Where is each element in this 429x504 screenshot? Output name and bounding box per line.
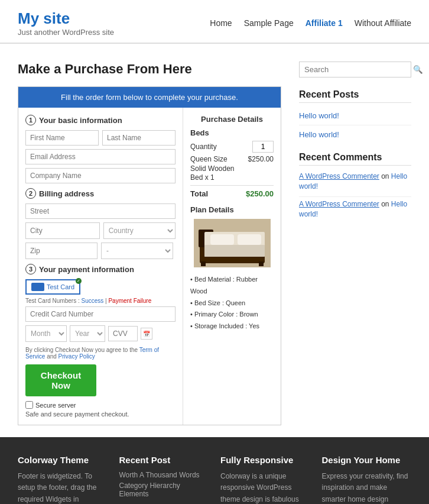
street-row <box>25 203 176 219</box>
footer-col1-title: Colorway Theme <box>18 455 108 465</box>
main-nav: Home Sample Page Affiliate 1 Without Aff… <box>210 18 411 28</box>
last-name-input[interactable] <box>102 130 176 146</box>
comment-author-0[interactable]: A WordPress Commenter <box>299 172 379 180</box>
svg-rect-6 <box>204 245 265 257</box>
footer-col1: Colorway Theme Footer is widgetized. To … <box>18 455 108 504</box>
form-left: 1 Your basic information <box>18 108 183 425</box>
item-price: $250.00 <box>248 155 274 183</box>
footer-link1[interactable]: Worth A Thousand Words <box>119 471 209 479</box>
plan-title: Plan Details <box>190 205 274 214</box>
qty-input[interactable] <box>252 141 274 153</box>
comment-author-1[interactable]: A WordPress Commenter <box>299 200 379 208</box>
header: My site Just another WordPress site Home… <box>0 0 429 43</box>
test-card-numbers: Test Card Numbers : Success | Payment Fa… <box>25 298 176 304</box>
company-input[interactable] <box>25 168 176 183</box>
purchase-box: Fill the order form below to complete yo… <box>18 86 281 425</box>
recent-posts-title: Recent Posts <box>299 89 411 103</box>
section2-num: 2 <box>25 188 36 199</box>
site-branding: My site Just another WordPress site <box>18 9 114 37</box>
footer-col4-text: Express your creativity, find inspiratio… <box>322 471 412 504</box>
footer-col3-text: Colorway is a unique responsive WordPres… <box>220 471 310 504</box>
footer-main: Colorway Theme Footer is widgetized. To … <box>0 437 429 504</box>
qty-row: Quantity <box>190 141 274 153</box>
post-link-1[interactable]: Hello world! <box>299 128 411 141</box>
secure-checkbox[interactable] <box>25 401 33 409</box>
zip-extra-select[interactable]: - <box>101 243 173 259</box>
first-name-input[interactable] <box>25 130 99 146</box>
year-select[interactable]: Year <box>70 325 105 342</box>
checkout-button[interactable]: Checkout Now <box>25 364 96 396</box>
company-row <box>25 168 176 183</box>
month-select[interactable]: Month <box>25 325 67 342</box>
plan-details-list: Bed Material : Rubber Wood Bed Size : Qu… <box>190 274 274 332</box>
country-select[interactable]: Country <box>103 222 176 239</box>
svg-rect-5 <box>238 234 261 245</box>
section3-num: 3 <box>25 264 36 274</box>
spec-1: Bed Size : Queen <box>190 298 274 309</box>
comment-0: A WordPress Commenter on Hello world! <box>299 172 411 192</box>
privacy-link[interactable]: Privacy Policy <box>58 353 95 360</box>
footer-col1-text: Footer is widgetized. To setup the foote… <box>18 471 108 504</box>
terms-text: By clicking Checkout Now you agree to th… <box>25 347 176 360</box>
footer-col4: Design Your Home Express your creativity… <box>322 455 412 504</box>
recent-comments: Recent Comments A WordPress Commenter on… <box>299 152 411 219</box>
section3-label: 3 Your payment information <box>25 264 176 274</box>
nav-home[interactable]: Home <box>210 18 232 28</box>
search-box: 🔍 <box>299 62 411 77</box>
street-input[interactable] <box>25 203 176 219</box>
footer-col2: Recent Post Worth A Thousand Words Categ… <box>119 455 209 504</box>
nav-without-affiliate[interactable]: Without Affiliate <box>355 18 411 28</box>
spec-2: Primary Color : Brown <box>190 309 274 321</box>
zip-input[interactable] <box>25 243 98 259</box>
search-button[interactable]: 🔍 <box>408 62 428 77</box>
card-icon <box>31 283 44 291</box>
nav-affiliate1[interactable]: Affiliate 1 <box>306 18 343 28</box>
total-label: Total <box>190 189 208 198</box>
zip-row: - <box>25 243 176 259</box>
footer-col2-title: Recent Post <box>119 455 209 465</box>
email-input[interactable] <box>25 149 176 164</box>
bed-image <box>190 219 274 269</box>
content-area: Make a Purchase From Here Fill the order… <box>18 62 281 425</box>
secure-row: Secure server <box>25 401 176 409</box>
email-row <box>25 149 176 164</box>
cc-row <box>25 306 176 322</box>
comment-1: A WordPress Commenter on Hello world! <box>299 199 411 219</box>
calendar-icon[interactable]: 📅 <box>141 328 152 340</box>
purchase-details-title: Purchase Details <box>190 115 274 124</box>
footer-col4-title: Design Your Home <box>322 455 412 465</box>
svg-rect-8 <box>259 261 264 266</box>
section1-label: 1 Your basic information <box>25 115 176 125</box>
footer-col3: Fully Responsive Colorway is a unique re… <box>220 455 310 504</box>
svg-rect-7 <box>201 261 206 266</box>
city-input[interactable] <box>25 222 100 239</box>
failure-link[interactable]: Payment Failure <box>108 298 151 304</box>
product-row: Queen Size Solid Wooden Bed x 1 $250.00 <box>190 155 274 183</box>
form-inner: 1 Your basic information <box>18 108 281 425</box>
name-row <box>25 130 176 146</box>
section1-num: 1 <box>25 115 36 125</box>
form-right: Purchase Details Beds Quantity Queen Siz… <box>183 108 281 425</box>
qty-label: Quantity <box>190 143 217 151</box>
cc-input[interactable] <box>25 306 176 322</box>
post-link-0[interactable]: Hello world! <box>299 109 411 122</box>
comment-on-1: on <box>381 200 391 208</box>
card-btn-wrapper: Test Card ✓ <box>25 279 176 295</box>
main-wrapper: Make a Purchase From Here Fill the order… <box>0 44 429 437</box>
recent-comments-title: Recent Comments <box>299 152 411 166</box>
product-name: Beds <box>190 128 274 137</box>
site-tagline: Just another WordPress site <box>18 28 114 37</box>
test-card-button[interactable]: Test Card ✓ <box>25 279 80 295</box>
page-title: Make a Purchase From Here <box>18 62 281 77</box>
footer-link2[interactable]: Category Hierarchy Elements <box>119 482 209 498</box>
cvv-input[interactable] <box>108 326 138 341</box>
footer-col3-title: Fully Responsive <box>220 455 310 465</box>
purchase-header: Fill the order form below to complete yo… <box>18 87 281 108</box>
total-price: $250.00 <box>246 189 274 198</box>
nav-sample-page[interactable]: Sample Page <box>244 18 294 28</box>
spec-3: Storage Included : Yes <box>190 321 274 332</box>
success-link[interactable]: Success <box>81 298 103 304</box>
svg-rect-4 <box>210 234 234 245</box>
search-input[interactable] <box>300 62 408 77</box>
comment-on-0: on <box>381 172 391 180</box>
